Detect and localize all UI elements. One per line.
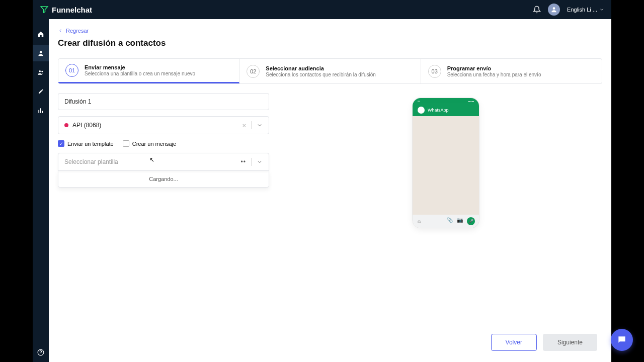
language-selector[interactable]: English Li ...: [567, 7, 604, 13]
separator: [251, 121, 252, 129]
emoji-icon: ☺: [417, 219, 422, 224]
nav-tools[interactable]: [33, 83, 49, 100]
chat-input-bar: ☺ 📎 📷 🎤: [413, 215, 479, 228]
step-1[interactable]: 01 Enviar mensaje Selecciona una plantil…: [58, 59, 239, 83]
svg-point-1: [40, 51, 42, 53]
status-dot-icon: [64, 123, 68, 127]
chevron-down-icon[interactable]: [257, 159, 263, 165]
svg-point-2: [39, 70, 41, 72]
phone-status-bar: •••▬ ▬: [413, 100, 479, 103]
notifications-icon[interactable]: [533, 6, 541, 14]
step-title: Programar envío: [447, 65, 541, 71]
diffusion-name-value: Difusión 1: [64, 98, 91, 105]
api-select[interactable]: API (8068) ×: [58, 116, 269, 134]
separator: [251, 158, 252, 166]
template-check-label: Enviar un template: [67, 141, 114, 147]
step-subtitle: Selecciona los contactos que recibirán l…: [266, 72, 375, 77]
brand-name: Funnelchat: [52, 6, 92, 14]
checkbox-icon: [58, 140, 64, 147]
nav-help[interactable]: [33, 349, 49, 356]
template-select-input[interactable]: Seleccionar plantilla ••: [58, 153, 269, 171]
nav-analytics[interactable]: [33, 103, 49, 119]
person-icon: [550, 6, 557, 13]
tools-icon: [37, 88, 44, 95]
nav-home[interactable]: [33, 26, 49, 42]
person-icon: [37, 50, 44, 57]
step-number: 02: [247, 65, 260, 78]
step-2[interactable]: 02 Seleccionar audiencia Selecciona los …: [239, 59, 421, 83]
loading-dots-icon: ••: [241, 158, 246, 165]
brand-logo: Funnelchat: [40, 5, 92, 14]
api-value: API (8068): [72, 122, 101, 129]
loading-text: Cargando...: [149, 176, 178, 182]
back-button[interactable]: Volver: [491, 334, 537, 351]
message-check-label: Crear un mensaje: [132, 141, 176, 147]
step-subtitle: Selecciona una fecha y hora para el enví…: [447, 72, 541, 77]
whatsapp-title: WhatsApp: [428, 108, 449, 113]
phone-header: •••▬ ▬ WhatsApp: [413, 98, 479, 116]
chat-avatar-icon: [418, 107, 425, 114]
chat-widget-button[interactable]: [611, 329, 633, 351]
message-checkbox[interactable]: Crear un mensaje: [123, 140, 176, 147]
wizard-footer: Volver Siguiente: [491, 334, 597, 351]
sidebar: [33, 19, 49, 362]
chevron-down-icon: [599, 7, 604, 12]
attach-icon: 📎: [447, 217, 453, 225]
phone-preview: •••▬ ▬ WhatsApp ☺ 📎: [413, 98, 479, 228]
clear-icon[interactable]: ×: [242, 122, 246, 129]
help-icon: [37, 349, 44, 356]
step-3[interactable]: 03 Programar envío Selecciona una fecha …: [421, 59, 602, 83]
back-label: Regresar: [66, 28, 89, 34]
step-subtitle: Selecciona una plantilla o crea un mensa…: [85, 71, 195, 76]
step-title: Seleccionar audiencia: [266, 65, 375, 71]
home-icon: [37, 31, 44, 38]
chart-icon: [37, 107, 44, 114]
page-title: Crear difusión a contactos: [58, 38, 602, 48]
step-title: Enviar mensaje: [85, 64, 195, 70]
mic-button: 🎤: [467, 217, 475, 225]
template-select: Seleccionar plantilla •• Cargando...: [58, 153, 269, 188]
nav-contacts[interactable]: [33, 45, 49, 61]
user-avatar[interactable]: [548, 4, 560, 16]
users-icon: [37, 69, 44, 76]
wizard-stepper: 01 Enviar mensaje Selecciona una plantil…: [58, 58, 602, 84]
language-label: English Li ...: [567, 7, 597, 13]
svg-point-0: [553, 7, 555, 10]
chat-body: [413, 116, 479, 215]
checkbox-icon: [123, 140, 129, 147]
step-number: 01: [65, 64, 78, 77]
chevron-down-icon[interactable]: [257, 122, 263, 128]
svg-point-3: [41, 71, 43, 72]
template-placeholder: Seleccionar plantilla: [64, 158, 118, 165]
nav-team[interactable]: [33, 64, 49, 80]
main-content: Regresar Crear difusión a contactos 01 E…: [49, 19, 611, 362]
camera-icon: 📷: [457, 217, 463, 225]
preview-panel: •••▬ ▬ WhatsApp ☺ 📎: [289, 93, 602, 353]
funnel-icon: [40, 5, 49, 14]
message-type-options: Enviar un template Crear un mensaje: [58, 140, 269, 147]
back-link[interactable]: Regresar: [58, 28, 89, 34]
arrow-left-icon: [58, 28, 63, 33]
step-number: 03: [428, 65, 441, 78]
template-dropdown: Cargando...: [58, 171, 269, 188]
top-bar: Funnelchat English Li ...: [33, 0, 611, 19]
next-button[interactable]: Siguiente: [543, 334, 597, 351]
template-checkbox[interactable]: Enviar un template: [58, 140, 114, 147]
chat-bubble-icon: [617, 335, 627, 345]
diffusion-name-input[interactable]: Difusión 1: [58, 93, 269, 110]
